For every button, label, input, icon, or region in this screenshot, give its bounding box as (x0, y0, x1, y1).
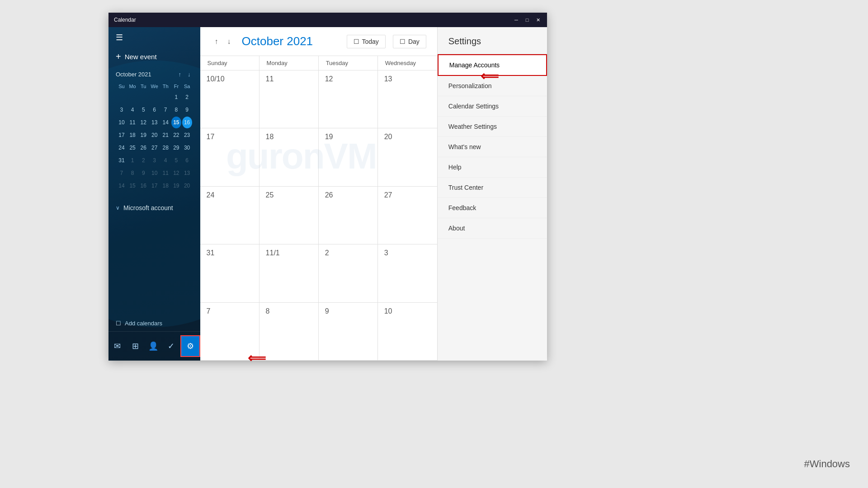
mini-cal-cell[interactable]: 15 (171, 117, 181, 128)
mini-cal-cell[interactable]: 14 (160, 117, 170, 128)
mini-cal-cell[interactable]: 22 (171, 129, 181, 141)
mini-cal-cell[interactable]: 8 (171, 104, 181, 116)
cal-cell[interactable]: 12 (319, 70, 378, 128)
settings-icon-button[interactable]: ⚙ (180, 335, 200, 357)
today-button[interactable]: ☐ Today (347, 35, 386, 48)
mini-cal-cell[interactable]: 10 (149, 167, 160, 179)
cal-cell[interactable]: 3 (378, 244, 437, 302)
day-view-button[interactable]: ☐ Day (393, 35, 426, 48)
settings-item-feedback[interactable]: Feedback (438, 198, 547, 218)
mini-cal-cell[interactable]: 27 (149, 142, 160, 154)
mini-cal-cell[interactable]: 2 (138, 155, 148, 166)
cal-cell[interactable]: 20 (378, 128, 437, 186)
mini-cal-cell[interactable]: 5 (138, 104, 148, 116)
settings-item-calendar-settings[interactable]: Calendar Settings (438, 96, 547, 117)
cal-cell[interactable]: 10/10 (200, 70, 259, 128)
maximize-button[interactable]: □ (524, 16, 531, 23)
cal-cell[interactable]: 19 (319, 128, 378, 186)
cal-cell[interactable]: 10 (378, 303, 437, 361)
mini-cal-cell[interactable]: 19 (138, 129, 148, 141)
mini-cal-cell[interactable]: 21 (160, 129, 170, 141)
today-icon: ☐ (354, 38, 359, 45)
mini-cal-cell[interactable]: 3 (117, 104, 127, 116)
mini-cal-cell[interactable]: 12 (171, 167, 181, 179)
mini-cal-cell[interactable]: 7 (117, 167, 127, 179)
mini-cal-cell[interactable]: 19 (171, 180, 181, 192)
mini-cal-cell[interactable]: 6 (149, 104, 160, 116)
settings-item-trust-center[interactable]: Trust Center (438, 178, 547, 198)
mini-cal-cell[interactable]: 12 (138, 117, 148, 128)
mini-cal-prev[interactable]: ↑ (176, 70, 184, 79)
mini-cal-cell[interactable]: 23 (182, 129, 192, 141)
cal-cell[interactable]: 31 (200, 244, 259, 302)
mini-cal-cell[interactable]: 26 (138, 142, 148, 154)
mini-cal-cell[interactable]: 5 (171, 155, 181, 166)
mini-cal-cell[interactable]: 28 (160, 142, 170, 154)
mini-cal-cell[interactable]: 18 (160, 180, 170, 192)
mini-cal-cell[interactable]: 15 (127, 180, 138, 192)
mini-cal-cell[interactable]: 16 (138, 180, 148, 192)
cal-cell[interactable]: 24 (200, 187, 259, 244)
account-section[interactable]: ∨ Microsoft account (108, 199, 200, 217)
mini-cal-cell[interactable]: 9 (138, 167, 148, 179)
hamburger-icon[interactable]: ☰ (116, 33, 123, 42)
mini-cal-cell[interactable]: 6 (182, 155, 192, 166)
mini-cal-cell[interactable]: 1 (127, 155, 138, 166)
mini-cal-cell[interactable]: 4 (160, 155, 170, 166)
settings-item-what's-new[interactable]: What's new (438, 137, 547, 157)
todo-icon-button[interactable]: ✓ (162, 335, 180, 357)
cal-cell[interactable]: 26 (319, 187, 378, 244)
mini-cal-cell[interactable]: 31 (117, 155, 127, 166)
cal-cell[interactable]: 11 (259, 70, 319, 128)
new-event-button[interactable]: + New event (108, 48, 200, 66)
settings-item-about[interactable]: About (438, 218, 547, 239)
mini-cal-cell[interactable]: 9 (182, 104, 192, 116)
cal-cell[interactable]: 11/1 (259, 244, 319, 302)
cal-cell[interactable]: 2 (319, 244, 378, 302)
mini-cal-cell[interactable]: 16 (182, 117, 192, 128)
mini-cal-cell[interactable]: 2 (182, 91, 192, 103)
cal-date-num: 11 (266, 75, 274, 83)
mini-cal-cell[interactable]: 30 (182, 142, 192, 154)
settings-item-help[interactable]: Help (438, 157, 547, 178)
mini-cal-cell[interactable]: 29 (171, 142, 181, 154)
mini-cal-cell[interactable]: 7 (160, 104, 170, 116)
new-event-label: New event (125, 53, 157, 61)
mini-cal-cell[interactable]: 11 (127, 117, 138, 128)
cal-cell[interactable]: 17 (200, 128, 259, 186)
cal-nav-up[interactable]: ↑ (211, 36, 222, 47)
mini-cal-cell[interactable]: 25 (127, 142, 138, 154)
settings-item-weather-settings[interactable]: Weather Settings (438, 117, 547, 137)
mini-cal-cell[interactable]: 18 (127, 129, 138, 141)
mini-cal-cell[interactable]: 20 (149, 129, 160, 141)
calendar-icon-button[interactable]: ⊞ (127, 335, 145, 357)
mini-cal-cell[interactable]: 17 (149, 180, 160, 192)
close-button[interactable]: ✕ (534, 16, 542, 23)
cal-cell[interactable]: 13 (378, 70, 437, 128)
mini-cal-cell[interactable]: 13 (149, 117, 160, 128)
mini-cal-cell[interactable]: 8 (127, 167, 138, 179)
cal-cell[interactable]: 18 (259, 128, 319, 186)
cal-date-num: 9 (325, 307, 329, 315)
mini-cal-cell[interactable]: 3 (149, 155, 160, 166)
cal-cell[interactable]: 25 (259, 187, 319, 244)
mini-cal-cell[interactable]: 10 (117, 117, 127, 128)
mini-cal-next[interactable]: ↓ (185, 70, 193, 79)
mail-icon-button[interactable]: ✉ (108, 335, 127, 357)
cal-cell[interactable]: 27 (378, 187, 437, 244)
mini-cal-cell[interactable]: 14 (117, 180, 127, 192)
add-calendars-button[interactable]: ☐ Add calendars (108, 315, 200, 331)
mini-cal-cell[interactable]: 13 (182, 167, 192, 179)
mini-cal-cell[interactable]: 17 (117, 129, 127, 141)
cal-cell[interactable]: 9 (319, 303, 378, 361)
mini-cal-cell[interactable]: 1 (171, 91, 181, 103)
mini-cal-cell[interactable]: 24 (117, 142, 127, 154)
mini-cal-cell[interactable]: 4 (127, 104, 138, 116)
cal-nav-down[interactable]: ↓ (224, 36, 235, 47)
minimize-button[interactable]: ─ (513, 16, 520, 23)
cal-cell[interactable]: 8 (259, 303, 319, 361)
mini-cal-cell[interactable]: 20 (182, 180, 192, 192)
mini-cal-cell[interactable]: 11 (160, 167, 170, 179)
people-icon-button[interactable]: 👤 (144, 335, 162, 357)
mini-cal-cell (127, 91, 138, 103)
